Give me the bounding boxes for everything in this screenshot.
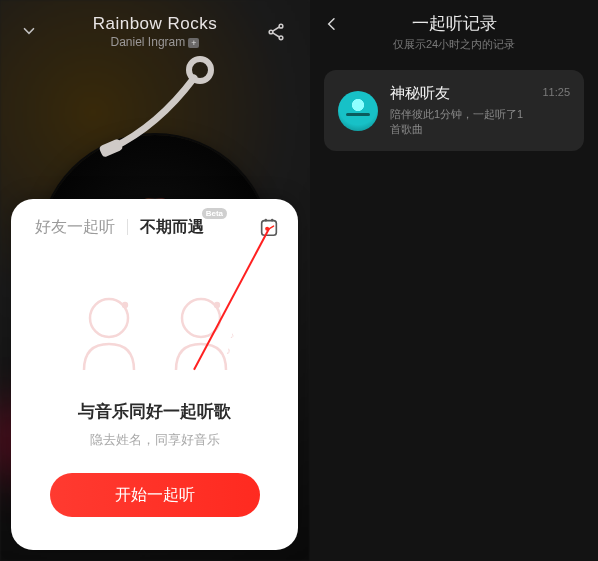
svg-point-2 xyxy=(279,36,283,40)
player-screen: Rainbow Rocks Daniel Ingram+ 好友一起听 不期而遇 … xyxy=(0,0,310,561)
avatar xyxy=(338,91,378,131)
tab-separator xyxy=(127,219,128,235)
artist-name: Daniel Ingram xyxy=(111,35,186,49)
promo-title: 与音乐同好一起听歌 xyxy=(11,400,298,423)
back-icon[interactable] xyxy=(324,16,340,37)
svg-point-9 xyxy=(271,219,274,222)
share-icon[interactable] xyxy=(266,22,290,47)
artist-row[interactable]: Daniel Ingram+ xyxy=(44,35,266,49)
record-name: 神秘听友 xyxy=(390,84,530,103)
svg-line-4 xyxy=(273,33,280,37)
record-detail: 陪伴彼此1分钟，一起听了1首歌曲 xyxy=(390,107,530,137)
tab-random[interactable]: 不期而遇 Beta xyxy=(140,217,204,238)
svg-rect-7 xyxy=(262,221,277,236)
svg-text:♪: ♪ xyxy=(230,331,234,340)
record-text: 神秘听友 陪伴彼此1分钟，一起听了1首歌曲 xyxy=(390,84,530,137)
svg-text:♪: ♪ xyxy=(226,345,231,356)
svg-point-0 xyxy=(279,24,283,28)
player-header: Rainbow Rocks Daniel Ingram+ xyxy=(0,0,310,49)
svg-point-8 xyxy=(265,219,268,222)
listen-together-sheet: 好友一起听 不期而遇 Beta xyxy=(11,199,298,550)
history-icon[interactable] xyxy=(258,216,280,238)
svg-point-12 xyxy=(121,302,127,308)
promo-subtitle: 隐去姓名，同享好音乐 xyxy=(11,431,298,449)
history-header: 一起听记录 仅展示24小时之内的记录 xyxy=(310,0,598,52)
tab-random-label: 不期而遇 xyxy=(140,218,204,235)
song-info: Rainbow Rocks Daniel Ingram+ xyxy=(44,14,266,49)
svg-rect-6 xyxy=(99,138,124,158)
tab-friends[interactable]: 好友一起听 xyxy=(35,217,115,238)
svg-point-1 xyxy=(269,30,273,34)
plus-icon: + xyxy=(188,38,199,48)
chevron-down-icon[interactable] xyxy=(20,22,44,45)
person-icon: ♪ ♪ xyxy=(166,294,236,372)
sheet-tabs: 好友一起听 不期而遇 Beta xyxy=(11,199,298,238)
tonearm-icon xyxy=(88,56,218,170)
record-time: 11:25 xyxy=(542,86,570,98)
figures: ♪ ♪ xyxy=(11,294,298,372)
start-listen-button[interactable]: 开始一起听 xyxy=(50,473,260,517)
person-icon xyxy=(74,294,144,372)
history-screen: 一起听记录 仅展示24小时之内的记录 神秘听友 陪伴彼此1分钟，一起听了1首歌曲… xyxy=(310,0,598,561)
song-title: Rainbow Rocks xyxy=(44,14,266,34)
svg-line-3 xyxy=(273,27,280,31)
svg-point-14 xyxy=(213,302,219,308)
history-title: 一起听记录 xyxy=(310,12,598,35)
beta-badge: Beta xyxy=(202,208,227,219)
history-subtitle: 仅展示24小时之内的记录 xyxy=(310,37,598,52)
history-record[interactable]: 神秘听友 陪伴彼此1分钟，一起听了1首歌曲 11:25 xyxy=(324,70,584,151)
